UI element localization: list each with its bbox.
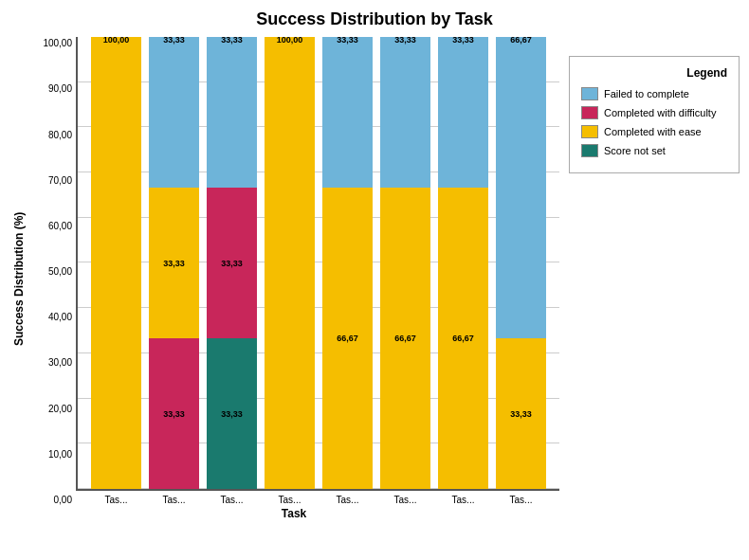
x-tick-7: Tas...	[492, 495, 550, 505]
bar-segment-1-1: 33,33	[149, 188, 199, 338]
bar-top-label-6: 33,33	[438, 35, 488, 45]
bar-5: 66,6733,33	[380, 37, 430, 489]
y-tick-90: 90,00	[28, 84, 72, 94]
segment-label-2-0: 33,33	[207, 409, 257, 419]
bar-segment-7-0: 33,33	[496, 338, 546, 489]
y-tick-50: 50,00	[28, 267, 72, 277]
bar-6: 66,6733,33	[438, 37, 488, 489]
bar-wrapper-6: 66,6733,33	[434, 37, 492, 489]
x-tick-2: Tas...	[203, 495, 261, 505]
chart-body: Success Distribution (%) 0,00 10,00 20,0…	[9, 37, 740, 520]
x-tick-0: Tas...	[87, 495, 145, 505]
x-tick-6: Tas...	[434, 495, 492, 505]
bar-segment-1-0: 33,33	[149, 338, 199, 489]
bar-wrapper-7: 33,3366,67	[492, 37, 550, 489]
chart-container: Success Distribution by Task Success Dis…	[0, 0, 749, 560]
legend-item-0: Failed to complete	[581, 87, 727, 100]
bar-3: 100,00	[265, 37, 315, 489]
bar-top-label-0: 100,00	[91, 35, 141, 45]
legend-items: Failed to completeCompleted with difficu…	[581, 87, 727, 157]
legend-item-2: Completed with ease	[581, 125, 727, 138]
plot-and-legend: 0,00 10,00 20,00 30,00 40,00 50,00 60,00…	[28, 37, 740, 520]
y-tick-40: 40,00	[28, 313, 72, 322]
bar-top-label-1: 33,33	[149, 35, 199, 45]
legend-swatch-3	[581, 144, 598, 157]
bar-top-label-7: 66,67	[496, 35, 546, 45]
y-tick-60: 60,00	[28, 222, 72, 231]
y-tick-20: 20,00	[28, 405, 72, 414]
bar-wrapper-3: 100,00	[261, 37, 319, 489]
y-tick-30: 30,00	[28, 358, 72, 368]
bar-segment-0-0	[91, 37, 141, 489]
legend-box: Legend Failed to completeCompleted with …	[569, 56, 740, 173]
y-tick-10: 10,00	[28, 450, 72, 460]
bar-wrapper-0: 100,00	[87, 37, 145, 489]
bar-segment-2-1: 33,33	[207, 188, 257, 338]
legend-label-0: Failed to complete	[604, 88, 689, 99]
bar-segment-2-2	[207, 37, 257, 188]
bar-segment-7-1	[496, 37, 546, 338]
bar-wrapper-2: 33,3333,3333,33	[203, 37, 261, 489]
legend-swatch-0	[581, 87, 598, 100]
bar-segment-3-0	[265, 37, 315, 489]
bar-top-label-5: 33,33	[380, 35, 430, 45]
segment-label-1-1: 33,33	[149, 259, 199, 268]
bar-segment-5-1	[380, 37, 430, 188]
bar-7: 33,3366,67	[496, 37, 546, 489]
legend-title: Legend	[581, 66, 727, 80]
bar-0: 100,00	[91, 37, 141, 489]
bar-wrapper-5: 66,6733,33	[376, 37, 434, 489]
bars-group: 100,0033,3333,3333,3333,3333,3333,33100,…	[87, 37, 550, 489]
segment-label-1-0: 33,33	[149, 409, 199, 419]
bar-wrapper-4: 66,6733,33	[319, 37, 376, 489]
bar-segment-6-1	[438, 37, 488, 188]
x-tick-1: Tas...	[145, 495, 203, 505]
y-tick-80: 80,00	[28, 131, 72, 140]
segment-label-6-0: 66,67	[438, 334, 488, 343]
bar-1: 33,3333,3333,33	[149, 37, 199, 489]
bar-segment-4-1	[322, 37, 373, 188]
y-tick-70: 70,00	[28, 176, 72, 186]
x-tick-4: Tas...	[319, 495, 376, 505]
bar-wrapper-1: 33,3333,3333,33	[145, 37, 203, 489]
bar-4: 66,6733,33	[322, 37, 373, 489]
bar-2: 33,3333,3333,33	[207, 37, 257, 489]
segment-label-4-0: 66,67	[322, 334, 373, 343]
bar-top-label-2: 33,33	[207, 35, 257, 45]
plot-area: 100,0033,3333,3333,3333,3333,3333,33100,…	[76, 37, 559, 491]
legend-label-2: Completed with ease	[604, 126, 702, 137]
y-tick-0: 0,00	[28, 496, 72, 505]
segment-label-5-0: 66,67	[380, 334, 430, 343]
x-tick-5: Tas...	[376, 495, 434, 505]
x-tick-3: Tas...	[261, 495, 319, 505]
bar-segment-2-0: 33,33	[207, 338, 257, 489]
segment-label-2-1: 33,33	[207, 259, 257, 268]
legend-item-3: Score not set	[581, 144, 727, 157]
legend-label-1: Completed with difficulty	[604, 107, 716, 118]
chart-area: 0,00 10,00 20,00 30,00 40,00 50,00 60,00…	[28, 37, 740, 520]
bar-segment-1-2	[149, 37, 199, 188]
x-axis-labels: Tas...Tas...Tas...Tas...Tas...Tas...Tas.…	[78, 491, 559, 505]
bar-segment-4-0: 66,67	[322, 188, 373, 489]
bar-top-label-4: 33,33	[322, 35, 373, 45]
bar-top-label-3: 100,00	[265, 35, 315, 45]
legend-label-3: Score not set	[604, 145, 666, 156]
y-axis-label: Success Distribution (%)	[9, 37, 28, 520]
segment-label-7-0: 33,33	[496, 409, 546, 419]
legend-item-1: Completed with difficulty	[581, 106, 727, 119]
chart-title: Success Distribution by Task	[9, 9, 740, 29]
x-axis-title: Task	[28, 507, 559, 520]
legend-swatch-1	[581, 106, 598, 119]
bar-segment-6-0: 66,67	[438, 188, 488, 489]
bar-segment-5-0: 66,67	[380, 188, 430, 489]
y-tick-100: 100,00	[28, 39, 72, 48]
legend-swatch-2	[581, 125, 598, 138]
